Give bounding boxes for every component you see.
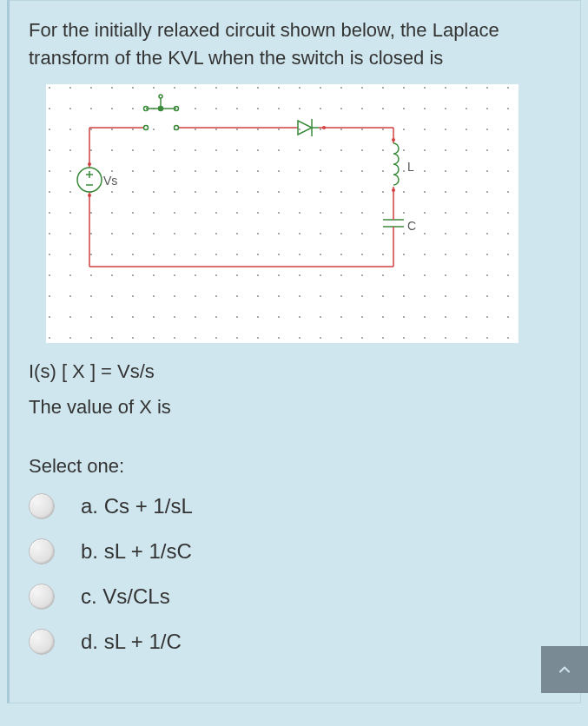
option-a[interactable]: a. Cs + 1/sL [29, 493, 561, 519]
svg-rect-1 [46, 84, 519, 343]
option-c-label: c. Vs/CLs [81, 584, 170, 609]
equation-line-2: The value of X is [29, 394, 561, 421]
radio-d[interactable] [29, 629, 55, 655]
equation-line-1: I(s) [ X ] = Vs/s [29, 359, 561, 386]
label-vs: Vs [103, 174, 117, 188]
svg-point-11 [144, 125, 149, 129]
svg-point-30 [392, 188, 395, 192]
svg-point-28 [88, 194, 91, 197]
chevron-up-icon [556, 661, 573, 678]
question-card: For the initially relaxed circuit shown … [7, 0, 581, 703]
svg-point-22 [322, 126, 326, 129]
circuit-diagram: Vs L C [46, 84, 519, 343]
option-d[interactable]: d. sL + 1/C [29, 629, 561, 655]
option-b-label: b. sL + 1/sC [81, 539, 192, 564]
select-prompt: Select one: [29, 455, 561, 478]
svg-point-12 [175, 125, 179, 129]
svg-point-29 [392, 138, 395, 142]
svg-point-27 [88, 162, 91, 166]
svg-point-18 [159, 95, 162, 98]
scroll-to-top-button[interactable] [541, 646, 588, 693]
options-list: a. Cs + 1/sL b. sL + 1/sC c. Vs/CLs d. s… [29, 493, 561, 655]
option-d-label: d. sL + 1/C [81, 630, 182, 654]
label-l: L [407, 160, 414, 174]
label-c: C [407, 219, 416, 233]
radio-a[interactable] [29, 493, 55, 519]
radio-c[interactable] [29, 584, 55, 610]
question-stem: For the initially relaxed circuit shown … [29, 16, 561, 72]
radio-b[interactable] [29, 538, 55, 564]
option-c[interactable]: c. Vs/CLs [29, 584, 561, 610]
option-b[interactable]: b. sL + 1/sC [29, 538, 561, 564]
option-a-label: a. Cs + 1/sL [81, 494, 193, 518]
